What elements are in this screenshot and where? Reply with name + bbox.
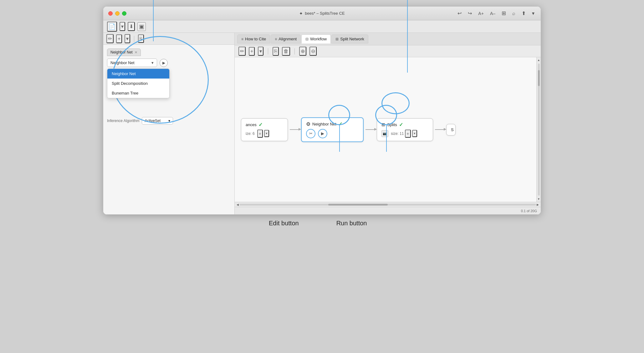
wf-node-neighbornet-header: ⚙ Neighbor Net ✓ xyxy=(306,121,359,127)
dropdown-item-splitdecomp[interactable]: Split Decomposition xyxy=(107,79,169,88)
download-button[interactable]: ⬇ xyxy=(128,22,135,31)
share-button[interactable]: ⬆ xyxy=(520,10,527,17)
wf-node-splits-dropdown[interactable]: ▾ xyxy=(412,130,417,137)
redo-button[interactable]: ↪ xyxy=(467,10,473,17)
sidebar-toggle-button[interactable]: ▣ xyxy=(137,22,146,31)
right-zoom-out-button[interactable]: ⊖ xyxy=(309,47,317,56)
close-button[interactable] xyxy=(108,11,113,16)
status-bar: 0.1 of 20G xyxy=(235,207,541,214)
wf-node-distances-dropdown[interactable]: ▾ xyxy=(264,130,269,137)
more-button[interactable]: ▾ xyxy=(531,10,536,17)
status-text: 0.1 of 20G xyxy=(521,209,537,213)
dropdown-item-buneman[interactable]: Buneman Tree xyxy=(107,88,169,98)
arrow-1: ▶ xyxy=(290,129,299,130)
h-scroll-track[interactable] xyxy=(239,204,536,206)
app-window: ✦ bees* – SplitsTree CE ↩ ↪ A+ A– ⊞ ⌕ ⬆ … xyxy=(103,6,541,215)
dropdown-section: Neighbor Net ▾ ▶ Neighbor Net Split Deco… xyxy=(107,59,231,125)
run-button-line xyxy=(386,125,387,152)
left-dropdown-arrow[interactable]: ▾ xyxy=(125,34,130,43)
scroll-up-arrow[interactable]: ▲ xyxy=(537,58,541,62)
wf-node-distances-body: ize: 6 + ▾ xyxy=(246,130,283,138)
wf-node-distances: ances ✓ ize: 6 + ▾ xyxy=(241,118,288,141)
right-copy-button[interactable]: ⎘ xyxy=(273,47,279,56)
grid-view-button[interactable]: ⊞ xyxy=(500,9,507,17)
maximize-button[interactable] xyxy=(122,11,126,16)
left-add-button[interactable]: + xyxy=(116,34,122,43)
algorithm-dropdown[interactable]: Neighbor Net ▾ xyxy=(107,59,157,67)
arrow-2: ▶ xyxy=(365,129,375,130)
right-dropdown-button[interactable]: ▾ xyxy=(258,47,263,56)
tab-alignment-icon: ≡ xyxy=(275,37,277,41)
font-increase-button[interactable]: A+ xyxy=(477,10,485,17)
minimize-button[interactable] xyxy=(115,11,120,16)
h-scroll-right[interactable]: ▶ xyxy=(536,202,539,207)
canvas-container: ances ✓ ize: 6 + ▾ xyxy=(235,57,541,202)
wf-node-distances-check: ✓ xyxy=(258,122,263,128)
right-delete-button[interactable]: 🗑 xyxy=(282,47,290,56)
edit-button-line xyxy=(339,125,340,152)
workflow-area: ances ✓ ize: 6 + ▾ xyxy=(241,64,530,196)
algo-dropdown-value: Neighbor Net xyxy=(110,60,135,65)
wf-node-distances-label: ances xyxy=(246,122,257,127)
edit-button[interactable]: ✂ xyxy=(306,129,315,138)
right-edit-icon[interactable]: ✏ xyxy=(238,47,246,56)
wf-node-distances-add[interactable]: + xyxy=(257,130,263,138)
right-add-button[interactable]: + xyxy=(249,47,255,56)
wf-node-splits-check: ✓ xyxy=(399,122,403,128)
new-file-button[interactable]: 📄 xyxy=(107,22,117,32)
tab-workflow[interactable]: ⊟ Workflow xyxy=(301,34,331,43)
right-zoom-in-button[interactable]: ⊕ xyxy=(299,47,306,56)
right-panel: ≡ How to Cite ≡ Alignment ⊟ Workflow ⊞ S… xyxy=(235,33,541,214)
wf-node-partial: S xyxy=(446,124,456,136)
panel-run-button[interactable]: ▶ xyxy=(160,59,168,67)
vertical-scrollbar[interactable]: ▲ ▼ xyxy=(536,57,541,202)
horizontal-scrollbar[interactable]: ◀ ▶ xyxy=(235,202,541,207)
h-scroll-thumb[interactable] xyxy=(328,204,388,206)
dropdown-row: Neighbor Net ▾ ▶ xyxy=(107,59,231,67)
panel-tab-close-icon[interactable]: ✕ xyxy=(135,50,137,54)
right-sep2 xyxy=(294,48,295,54)
wf-node-neighbornet-label: Neighbor Net xyxy=(312,122,336,126)
title-right-controls: ↩ ↪ A+ A– ⊞ ⌕ ⬆ ▾ xyxy=(456,9,536,17)
scroll-track[interactable] xyxy=(538,64,540,196)
wf-node-splits-body: 📷 size: 11 + ▾ xyxy=(381,130,428,138)
tab-how-to-cite-label: How to Cite xyxy=(245,37,266,41)
left-panel: ✏ + ▾ ⎘ Neighbor Net ✕ xyxy=(103,33,235,214)
new-file-dropdown[interactable]: ▾ xyxy=(120,22,125,31)
dropdown-item-neighbornet[interactable]: Neighbor Net xyxy=(107,69,169,79)
wf-node-splits-header: ⊞ Splits ✓ xyxy=(381,122,428,128)
zoom-button[interactable]: ⌕ xyxy=(511,10,517,17)
run-button-bottom-label: Run button xyxy=(336,220,367,227)
panel-tab-neighbornet[interactable]: Neighbor Net ✕ xyxy=(107,49,141,56)
tab-workflow-label: Workflow xyxy=(310,37,327,41)
dropdown-menu: Neighbor Net Split Decomposition Buneman… xyxy=(107,69,170,98)
wf-node-distances-size: ize: 6 xyxy=(246,131,255,136)
wf-node-splits-add[interactable]: + xyxy=(405,130,411,138)
left-edit-icon[interactable]: ✏ xyxy=(106,34,114,43)
tab-alignment-label: Alignment xyxy=(279,37,297,41)
algorithm-tab-line xyxy=(153,0,154,41)
wf-node-splits: ⊞ Splits ✓ 📷 size: 11 + ▾ xyxy=(377,118,433,141)
edit-button-bottom-label: Edit button xyxy=(269,220,299,227)
undo-button[interactable]: ↩ xyxy=(456,10,463,17)
wf-node-neighbornet-actions: ✂ ▶ xyxy=(306,129,359,138)
run-button[interactable]: ▶ xyxy=(318,129,327,138)
tab-how-to-cite[interactable]: ≡ How to Cite xyxy=(237,34,270,43)
workflow-canvas: ances ✓ ize: 6 + ▾ xyxy=(235,57,536,202)
wf-node-neighbornet-icon: ⚙ xyxy=(306,121,310,127)
tab-bar: ≡ How to Cite ≡ Alignment ⊟ Workflow ⊞ S… xyxy=(235,33,541,45)
wf-node-splits-camera: 📷 xyxy=(381,130,388,137)
inference-row: Inference Algorithm ActiveSet ▾ xyxy=(107,117,231,125)
app-body: ✏ + ▾ ⎘ Neighbor Net ✕ xyxy=(103,33,541,214)
left-content: Neighbor Net ✕ Neighbor Net ▾ ▶ xyxy=(103,45,234,214)
scroll-thumb[interactable] xyxy=(538,70,540,86)
left-copy-button[interactable]: ⎘ xyxy=(138,34,144,43)
wf-node-splits-size: size: 11 xyxy=(391,131,404,136)
font-decrease-button[interactable]: A– xyxy=(489,10,497,17)
inference-dropdown[interactable]: ActiveSet ▾ xyxy=(142,117,173,125)
status-line xyxy=(407,0,408,73)
scroll-down-arrow[interactable]: ▼ xyxy=(537,197,541,201)
tab-split-network[interactable]: ⊞ Split Network xyxy=(331,34,368,43)
tab-alignment[interactable]: ≡ Alignment xyxy=(271,34,301,43)
h-scroll-left[interactable]: ◀ xyxy=(236,202,239,207)
